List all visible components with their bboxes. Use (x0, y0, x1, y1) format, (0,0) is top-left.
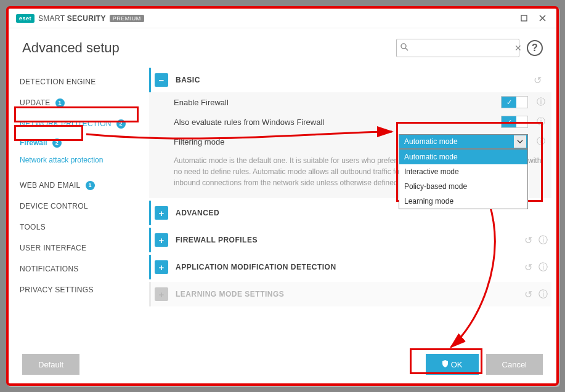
premium-badge: PREMIUM (110, 15, 144, 22)
ok-button-label: OK (451, 360, 463, 369)
section-basic-header[interactable]: − BASIC ↺ (149, 68, 551, 92)
app-window: eset SMART SECURITY PREMIUM Advanced set… (6, 6, 559, 386)
cancel-button[interactable]: Cancel (486, 354, 543, 375)
section-learning-mode-header[interactable]: + LEARNING MODE SETTINGS ↺ ⓘ (149, 282, 551, 306)
search-icon (400, 43, 409, 53)
section-basic: − BASIC ↺ Enable Firewall ✓ ⓘ Also evalu… (149, 68, 551, 198)
sidebar-item-label: NOTIFICATIONS (20, 265, 79, 273)
svg-rect-0 (521, 15, 527, 21)
sidebar-item-label: USER INTERFACE (20, 244, 86, 252)
sidebar-item-label: DEVICE CONTROL (20, 202, 88, 210)
sidebar-item-user-interface[interactable]: USER INTERFACE (9, 238, 144, 258)
ok-button[interactable]: OK (426, 354, 479, 375)
section-title: BASIC (176, 76, 534, 84)
info-icon[interactable]: ⓘ (537, 97, 545, 108)
dropdown-option-learning[interactable]: Learning mode (399, 194, 527, 209)
toggle-enable-firewall[interactable]: ✓ (501, 96, 528, 108)
row-label: Enable Firewall (174, 98, 501, 107)
expand-icon[interactable]: + (155, 206, 168, 220)
reset-icon[interactable]: ↺ (524, 234, 532, 246)
expand-icon[interactable]: + (155, 260, 168, 274)
section-appmod-header[interactable]: + APPLICATION MODIFICATION DETECTION ↺ ⓘ (149, 255, 551, 279)
dropdown-option-interactive[interactable]: Interactive mode (399, 164, 527, 179)
sidebar-subitem-network-attack-protection[interactable]: Network attack protection (9, 151, 144, 169)
dropdown-selected[interactable]: Automatic mode (399, 134, 528, 149)
reset-icon[interactable]: ↺ (524, 289, 532, 300)
expand-icon[interactable]: + (155, 287, 168, 301)
sidebar: DETECTION ENGINE UPDATE 1 NETWORK PROTEC… (9, 68, 144, 345)
dropdown-filtering-mode[interactable]: Automatic mode Automatic mode Interactiv… (399, 134, 528, 149)
sidebar-item-privacy-settings[interactable]: PRIVACY SETTINGS (9, 279, 144, 300)
eset-logo: eset (16, 14, 35, 23)
body: DETECTION ENGINE UPDATE 1 NETWORK PROTEC… (9, 68, 556, 345)
sidebar-subitem-label: Network attack protection (20, 156, 103, 164)
row-also-evaluate: Also evaluate rules from Windows Firewal… (149, 112, 551, 132)
search-input[interactable] (411, 44, 514, 53)
sidebar-item-label: PRIVACY SETTINGS (20, 286, 94, 294)
svg-point-3 (401, 44, 406, 49)
reset-icon[interactable]: ↺ (524, 262, 532, 273)
sidebar-item-detection-engine[interactable]: DETECTION ENGINE (9, 71, 144, 92)
sidebar-subitem-firewall[interactable]: Firewall 2 (9, 134, 144, 151)
square-icon (521, 15, 527, 22)
row-label: Also evaluate rules from Windows Firewal… (174, 118, 501, 127)
header: Advanced setup ✕ ? (9, 28, 556, 68)
info-icon[interactable]: ⓘ (539, 289, 548, 300)
section-title: FIREWALL PROFILES (176, 236, 524, 244)
window-maximize-button[interactable] (514, 11, 533, 26)
sidebar-item-device-control[interactable]: DEVICE CONTROL (9, 196, 144, 217)
section-firewall-profiles-header[interactable]: + FIREWALL PROFILES ↺ ⓘ (149, 228, 551, 252)
info-icon[interactable]: ⓘ (539, 262, 548, 273)
collapse-icon[interactable]: − (155, 73, 168, 87)
info-icon[interactable]: ⓘ (537, 136, 545, 147)
section-title: LEARNING MODE SETTINGS (176, 290, 524, 298)
svg-line-4 (405, 48, 408, 50)
row-enable-firewall: Enable Firewall ✓ ⓘ (149, 92, 551, 112)
window-close-button[interactable] (533, 11, 551, 26)
sidebar-item-label: WEB AND EMAIL (20, 181, 81, 190)
default-button[interactable]: Default (22, 354, 79, 375)
sidebar-item-web-and-email[interactable]: WEB AND EMAIL 1 (9, 175, 144, 196)
search-box[interactable]: ✕ (396, 39, 519, 57)
dropdown-selected-label: Automatic mode (404, 137, 458, 146)
section-appmod: + APPLICATION MODIFICATION DETECTION ↺ ⓘ (149, 255, 551, 279)
info-icon[interactable]: ⓘ (539, 234, 548, 246)
badge-icon: 1 (55, 98, 65, 108)
sidebar-item-label: DETECTION ENGINE (20, 78, 96, 86)
section-title: ADVANCED (176, 209, 548, 217)
help-button[interactable]: ? (527, 40, 543, 56)
badge-icon: 1 (86, 181, 95, 190)
sidebar-subitem-label: Firewall (20, 138, 47, 147)
main-content: − BASIC ↺ Enable Firewall ✓ ⓘ Also evalu… (144, 68, 556, 345)
titlebar: eset SMART SECURITY PREMIUM (9, 9, 556, 28)
page-title: Advanced setup (22, 40, 396, 56)
clear-search-icon[interactable]: ✕ (514, 43, 522, 53)
sidebar-item-network-protection[interactable]: NETWORK PROTECTION 2 (9, 113, 144, 134)
row-label: Filtering mode (174, 137, 399, 146)
sidebar-item-label: TOOLS (20, 223, 46, 231)
check-icon: ✓ (502, 97, 516, 108)
expand-icon[interactable]: + (155, 233, 168, 247)
dropdown-option-automatic[interactable]: Automatic mode (399, 150, 527, 164)
shield-icon (442, 360, 449, 369)
section-learning-mode: + LEARNING MODE SETTINGS ↺ ⓘ (149, 282, 551, 306)
section-title: APPLICATION MODIFICATION DETECTION (176, 263, 524, 271)
badge-icon: 2 (52, 138, 62, 148)
reset-icon[interactable]: ↺ (534, 74, 542, 86)
check-icon: ✓ (502, 116, 516, 127)
dropdown-option-policy-based[interactable]: Policy-based mode (399, 179, 527, 194)
sidebar-item-update[interactable]: UPDATE 1 (9, 92, 144, 113)
badge-icon: 2 (116, 119, 126, 129)
info-icon[interactable]: ⓘ (537, 116, 545, 127)
row-filtering-mode: Filtering mode Automatic mode Automatic … (149, 132, 551, 151)
section-firewall-profiles: + FIREWALL PROFILES ↺ ⓘ (149, 228, 551, 252)
sidebar-item-tools[interactable]: TOOLS (9, 217, 144, 238)
dropdown-list: Automatic mode Interactive mode Policy-b… (399, 149, 528, 209)
sidebar-item-label: NETWORK PROTECTION (20, 119, 112, 128)
brand-text: SMART SECURITY (38, 14, 106, 23)
close-icon (539, 15, 546, 22)
sidebar-item-notifications[interactable]: NOTIFICATIONS (9, 258, 144, 279)
footer: Default OK Cancel (9, 345, 556, 383)
sidebar-item-label: UPDATE (20, 98, 51, 107)
toggle-also-evaluate[interactable]: ✓ (501, 116, 528, 128)
